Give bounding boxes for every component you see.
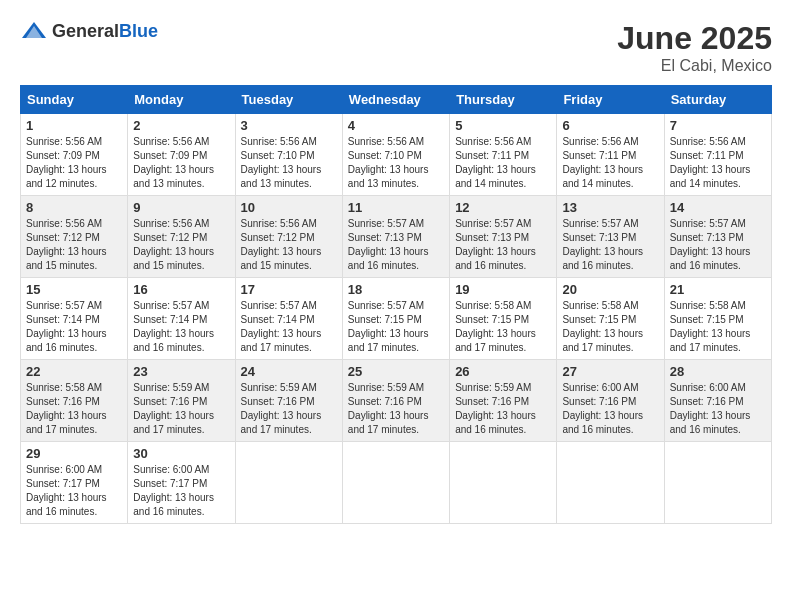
day-number: 7: [670, 118, 766, 133]
calendar-day-cell: 21Sunrise: 5:58 AMSunset: 7:15 PMDayligh…: [664, 278, 771, 360]
day-info: Sunrise: 5:57 AMSunset: 7:14 PMDaylight:…: [133, 299, 229, 355]
day-info: Sunrise: 5:57 AMSunset: 7:15 PMDaylight:…: [348, 299, 444, 355]
day-info: Sunrise: 5:56 AMSunset: 7:12 PMDaylight:…: [133, 217, 229, 273]
day-info: Sunrise: 5:56 AMSunset: 7:10 PMDaylight:…: [348, 135, 444, 191]
calendar-day-cell: 13Sunrise: 5:57 AMSunset: 7:13 PMDayligh…: [557, 196, 664, 278]
day-number: 3: [241, 118, 337, 133]
calendar-day-cell: 8Sunrise: 5:56 AMSunset: 7:12 PMDaylight…: [21, 196, 128, 278]
day-number: 5: [455, 118, 551, 133]
day-number: 30: [133, 446, 229, 461]
day-number: 23: [133, 364, 229, 379]
day-number: 12: [455, 200, 551, 215]
calendar-week-row: 15Sunrise: 5:57 AMSunset: 7:14 PMDayligh…: [21, 278, 772, 360]
calendar-day-cell: 27Sunrise: 6:00 AMSunset: 7:16 PMDayligh…: [557, 360, 664, 442]
day-of-week-header: Friday: [557, 86, 664, 114]
day-info: Sunrise: 5:56 AMSunset: 7:12 PMDaylight:…: [26, 217, 122, 273]
calendar-day-cell: 9Sunrise: 5:56 AMSunset: 7:12 PMDaylight…: [128, 196, 235, 278]
day-info: Sunrise: 5:56 AMSunset: 7:12 PMDaylight:…: [241, 217, 337, 273]
calendar-day-cell: 3Sunrise: 5:56 AMSunset: 7:10 PMDaylight…: [235, 114, 342, 196]
day-number: 14: [670, 200, 766, 215]
calendar-day-cell: 28Sunrise: 6:00 AMSunset: 7:16 PMDayligh…: [664, 360, 771, 442]
day-info: Sunrise: 5:56 AMSunset: 7:10 PMDaylight:…: [241, 135, 337, 191]
calendar-week-row: 29Sunrise: 6:00 AMSunset: 7:17 PMDayligh…: [21, 442, 772, 524]
calendar-day-cell: 11Sunrise: 5:57 AMSunset: 7:13 PMDayligh…: [342, 196, 449, 278]
day-number: 25: [348, 364, 444, 379]
day-number: 27: [562, 364, 658, 379]
calendar-day-cell: 17Sunrise: 5:57 AMSunset: 7:14 PMDayligh…: [235, 278, 342, 360]
day-info: Sunrise: 5:57 AMSunset: 7:13 PMDaylight:…: [562, 217, 658, 273]
day-number: 1: [26, 118, 122, 133]
day-number: 6: [562, 118, 658, 133]
day-number: 13: [562, 200, 658, 215]
logo-icon: [20, 20, 48, 42]
day-info: Sunrise: 5:56 AMSunset: 7:11 PMDaylight:…: [670, 135, 766, 191]
calendar-day-cell: 1Sunrise: 5:56 AMSunset: 7:09 PMDaylight…: [21, 114, 128, 196]
calendar-day-cell: 4Sunrise: 5:56 AMSunset: 7:10 PMDaylight…: [342, 114, 449, 196]
calendar-day-cell: 14Sunrise: 5:57 AMSunset: 7:13 PMDayligh…: [664, 196, 771, 278]
calendar-day-cell: 5Sunrise: 5:56 AMSunset: 7:11 PMDaylight…: [450, 114, 557, 196]
calendar-header-row: SundayMondayTuesdayWednesdayThursdayFrid…: [21, 86, 772, 114]
calendar-day-cell: 26Sunrise: 5:59 AMSunset: 7:16 PMDayligh…: [450, 360, 557, 442]
calendar-day-cell: [557, 442, 664, 524]
day-of-week-header: Tuesday: [235, 86, 342, 114]
calendar-week-row: 8Sunrise: 5:56 AMSunset: 7:12 PMDaylight…: [21, 196, 772, 278]
day-info: Sunrise: 5:57 AMSunset: 7:13 PMDaylight:…: [455, 217, 551, 273]
calendar-day-cell: [450, 442, 557, 524]
header: GeneralBlue June 2025 El Cabi, Mexico: [20, 20, 772, 75]
day-info: Sunrise: 5:57 AMSunset: 7:14 PMDaylight:…: [241, 299, 337, 355]
calendar-week-row: 1Sunrise: 5:56 AMSunset: 7:09 PMDaylight…: [21, 114, 772, 196]
day-number: 19: [455, 282, 551, 297]
day-number: 9: [133, 200, 229, 215]
calendar-day-cell: 7Sunrise: 5:56 AMSunset: 7:11 PMDaylight…: [664, 114, 771, 196]
location-title: El Cabi, Mexico: [617, 57, 772, 75]
calendar-day-cell: 25Sunrise: 5:59 AMSunset: 7:16 PMDayligh…: [342, 360, 449, 442]
calendar-day-cell: 30Sunrise: 6:00 AMSunset: 7:17 PMDayligh…: [128, 442, 235, 524]
day-info: Sunrise: 5:59 AMSunset: 7:16 PMDaylight:…: [455, 381, 551, 437]
day-of-week-header: Saturday: [664, 86, 771, 114]
calendar-day-cell: 15Sunrise: 5:57 AMSunset: 7:14 PMDayligh…: [21, 278, 128, 360]
day-number: 18: [348, 282, 444, 297]
calendar-day-cell: 20Sunrise: 5:58 AMSunset: 7:15 PMDayligh…: [557, 278, 664, 360]
day-info: Sunrise: 5:59 AMSunset: 7:16 PMDaylight:…: [241, 381, 337, 437]
day-info: Sunrise: 5:57 AMSunset: 7:13 PMDaylight:…: [670, 217, 766, 273]
day-info: Sunrise: 6:00 AMSunset: 7:16 PMDaylight:…: [670, 381, 766, 437]
day-info: Sunrise: 5:56 AMSunset: 7:11 PMDaylight:…: [455, 135, 551, 191]
title-area: June 2025 El Cabi, Mexico: [617, 20, 772, 75]
day-of-week-header: Thursday: [450, 86, 557, 114]
day-number: 17: [241, 282, 337, 297]
day-info: Sunrise: 6:00 AMSunset: 7:17 PMDaylight:…: [26, 463, 122, 519]
calendar-day-cell: 16Sunrise: 5:57 AMSunset: 7:14 PMDayligh…: [128, 278, 235, 360]
day-info: Sunrise: 6:00 AMSunset: 7:17 PMDaylight:…: [133, 463, 229, 519]
calendar-day-cell: 18Sunrise: 5:57 AMSunset: 7:15 PMDayligh…: [342, 278, 449, 360]
day-info: Sunrise: 5:57 AMSunset: 7:14 PMDaylight:…: [26, 299, 122, 355]
calendar-day-cell: 23Sunrise: 5:59 AMSunset: 7:16 PMDayligh…: [128, 360, 235, 442]
day-info: Sunrise: 5:57 AMSunset: 7:13 PMDaylight:…: [348, 217, 444, 273]
day-number: 22: [26, 364, 122, 379]
day-info: Sunrise: 5:58 AMSunset: 7:16 PMDaylight:…: [26, 381, 122, 437]
day-of-week-header: Wednesday: [342, 86, 449, 114]
day-number: 15: [26, 282, 122, 297]
day-number: 28: [670, 364, 766, 379]
calendar-body: 1Sunrise: 5:56 AMSunset: 7:09 PMDaylight…: [21, 114, 772, 524]
day-number: 20: [562, 282, 658, 297]
day-info: Sunrise: 5:56 AMSunset: 7:09 PMDaylight:…: [26, 135, 122, 191]
day-number: 2: [133, 118, 229, 133]
month-title: June 2025: [617, 20, 772, 57]
calendar-day-cell: 29Sunrise: 6:00 AMSunset: 7:17 PMDayligh…: [21, 442, 128, 524]
calendar-day-cell: 12Sunrise: 5:57 AMSunset: 7:13 PMDayligh…: [450, 196, 557, 278]
calendar-day-cell: [664, 442, 771, 524]
calendar-day-cell: 2Sunrise: 5:56 AMSunset: 7:09 PMDaylight…: [128, 114, 235, 196]
day-number: 8: [26, 200, 122, 215]
calendar-day-cell: 24Sunrise: 5:59 AMSunset: 7:16 PMDayligh…: [235, 360, 342, 442]
logo-general: GeneralBlue: [52, 22, 158, 41]
day-number: 16: [133, 282, 229, 297]
day-info: Sunrise: 5:59 AMSunset: 7:16 PMDaylight:…: [348, 381, 444, 437]
day-number: 10: [241, 200, 337, 215]
day-info: Sunrise: 5:59 AMSunset: 7:16 PMDaylight:…: [133, 381, 229, 437]
calendar-day-cell: 22Sunrise: 5:58 AMSunset: 7:16 PMDayligh…: [21, 360, 128, 442]
day-info: Sunrise: 5:58 AMSunset: 7:15 PMDaylight:…: [670, 299, 766, 355]
day-info: Sunrise: 5:58 AMSunset: 7:15 PMDaylight:…: [562, 299, 658, 355]
day-number: 21: [670, 282, 766, 297]
day-number: 4: [348, 118, 444, 133]
day-number: 29: [26, 446, 122, 461]
